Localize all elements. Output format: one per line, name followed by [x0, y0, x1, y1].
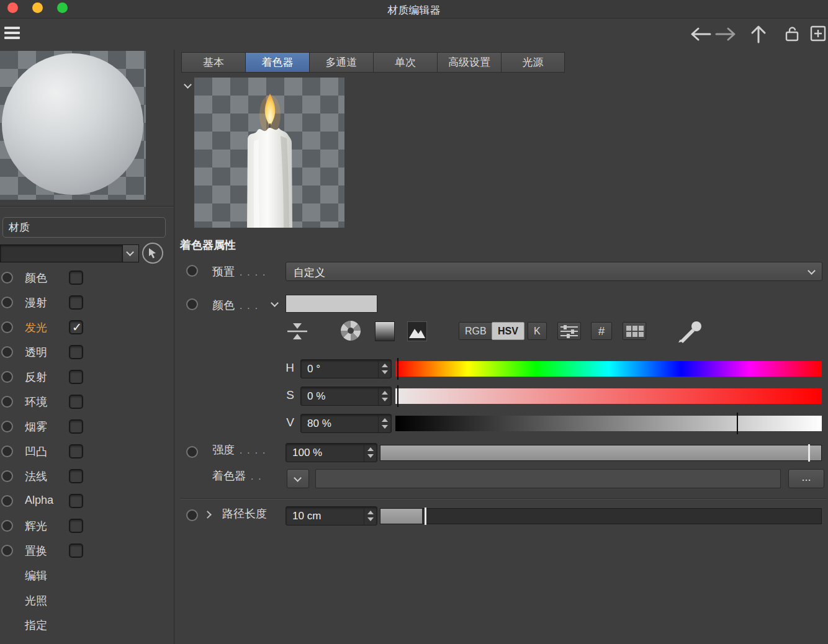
- intensity-slider[interactable]: [380, 445, 822, 461]
- k-mode-button[interactable]: K: [528, 322, 547, 340]
- value-gradient-slider[interactable]: [395, 416, 822, 431]
- shader-more-button[interactable]: ...: [788, 469, 824, 488]
- preset-anim-radio[interactable]: [186, 265, 198, 277]
- channel-checkbox[interactable]: [69, 295, 83, 310]
- channel-enable-radio[interactable]: [1, 520, 13, 532]
- tab-light[interactable]: 光源: [501, 52, 565, 73]
- preview-collapse-chevron-icon[interactable]: [184, 81, 192, 89]
- channel-enable-radio[interactable]: [1, 297, 13, 308]
- lock-icon[interactable]: [785, 25, 799, 42]
- tab-single[interactable]: 单次: [373, 52, 437, 73]
- forward-arrow-icon[interactable]: [714, 27, 737, 42]
- path-length-expand-icon[interactable]: [204, 511, 212, 519]
- saturation-marker[interactable]: [397, 385, 398, 407]
- slider-thumb[interactable]: [425, 508, 426, 525]
- sidebar-item-label[interactable]: 编辑: [25, 568, 47, 583]
- channel-enable-radio[interactable]: [1, 495, 13, 507]
- spinner-up-icon[interactable]: [382, 391, 388, 395]
- channel-label[interactable]: 透明: [25, 345, 47, 360]
- intensity-value-field[interactable]: 100 %: [286, 443, 377, 462]
- path-length-value-field[interactable]: 10 cm: [286, 506, 377, 525]
- channel-label[interactable]: 漫射: [25, 295, 47, 310]
- channel-label[interactable]: 环境: [25, 395, 47, 409]
- channel-enable-radio[interactable]: [1, 396, 13, 408]
- color-wheel-icon[interactable]: [341, 321, 361, 341]
- add-window-icon[interactable]: [810, 25, 826, 42]
- channel-checkbox[interactable]: [69, 320, 83, 334]
- channel-label[interactable]: 置换: [25, 543, 47, 558]
- menu-icon[interactable]: [4, 27, 20, 42]
- sidebar-item-label[interactable]: 光照: [25, 593, 47, 608]
- saturation-value-field[interactable]: 0 %: [300, 387, 392, 406]
- slider-thumb[interactable]: [808, 444, 810, 462]
- channel-checkbox[interactable]: [69, 494, 83, 508]
- channel-enable-radio[interactable]: [1, 272, 13, 284]
- material-name-field[interactable]: 材质: [2, 217, 166, 238]
- spinner-up-icon[interactable]: [382, 364, 388, 367]
- hue-gradient-slider[interactable]: [395, 361, 822, 377]
- channel-enable-radio[interactable]: [1, 470, 13, 482]
- spinner-up-icon[interactable]: [382, 418, 388, 422]
- hex-mode-button[interactable]: #: [591, 322, 612, 340]
- value-marker[interactable]: [737, 413, 738, 434]
- channel-checkbox[interactable]: [69, 271, 83, 285]
- spinner-up-icon[interactable]: [367, 447, 374, 451]
- tab-basic[interactable]: 基本: [181, 52, 245, 73]
- spinner-down-icon[interactable]: [367, 517, 374, 521]
- spinner-down-icon[interactable]: [367, 454, 374, 458]
- channel-label[interactable]: 凹凸: [25, 444, 47, 459]
- channel-label[interactable]: 颜色: [25, 271, 47, 285]
- hue-marker[interactable]: [397, 358, 398, 380]
- path-length-slider[interactable]: [380, 508, 822, 524]
- channel-checkbox[interactable]: [69, 469, 83, 483]
- spinner-arrows[interactable]: [378, 387, 391, 405]
- channel-label[interactable]: 反射: [25, 370, 47, 385]
- channel-label[interactable]: Alpha: [25, 494, 53, 507]
- tab-shader[interactable]: 着色器: [245, 52, 309, 73]
- spinner-arrows[interactable]: [364, 507, 377, 525]
- spinner-arrows[interactable]: [378, 414, 391, 432]
- channel-enable-radio[interactable]: [1, 421, 13, 432]
- tab-advanced[interactable]: 高级设置: [437, 52, 501, 73]
- channel-checkbox[interactable]: [69, 444, 83, 458]
- spinner-down-icon[interactable]: [382, 425, 388, 429]
- eyedropper-icon[interactable]: [676, 316, 704, 344]
- channel-checkbox[interactable]: [69, 519, 83, 533]
- color-collapse-chevron-icon[interactable]: [271, 299, 279, 307]
- saturation-gradient-slider[interactable]: [395, 388, 822, 404]
- swatches-mode-button[interactable]: [623, 322, 646, 340]
- material-filter-dropdown[interactable]: [122, 244, 139, 262]
- spinner-up-icon[interactable]: [367, 511, 374, 514]
- channel-enable-radio[interactable]: [1, 545, 13, 557]
- path-length-anim-radio[interactable]: [186, 509, 198, 521]
- gradient-mode-icon[interactable]: [375, 321, 395, 341]
- channel-checkbox[interactable]: [69, 345, 83, 359]
- value-value-field[interactable]: 80 %: [300, 414, 392, 433]
- color-anim-radio[interactable]: [186, 298, 198, 310]
- color-swatch[interactable]: [286, 295, 377, 313]
- spinner-arrows[interactable]: [378, 360, 391, 378]
- up-arrow-icon[interactable]: [750, 25, 767, 43]
- hsv-mode-button[interactable]: HSV: [492, 322, 524, 340]
- image-mode-icon[interactable]: [407, 321, 427, 341]
- intensity-anim-radio[interactable]: [186, 446, 198, 458]
- channel-checkbox[interactable]: [69, 419, 83, 434]
- channel-label[interactable]: 法线: [25, 469, 47, 484]
- shader-type-dropdown[interactable]: [287, 469, 309, 488]
- mixer-mode-button[interactable]: [557, 322, 581, 340]
- material-filter-input[interactable]: [0, 244, 123, 262]
- channel-label[interactable]: 烟雾: [25, 419, 47, 434]
- channel-checkbox[interactable]: [69, 543, 83, 558]
- shader-preview-image[interactable]: [194, 78, 344, 228]
- channel-enable-radio[interactable]: [1, 321, 13, 333]
- back-arrow-icon[interactable]: [689, 27, 713, 42]
- sidebar-item-label[interactable]: 指定: [25, 618, 47, 633]
- spinner-down-icon[interactable]: [382, 398, 388, 401]
- channel-checkbox[interactable]: [69, 370, 83, 384]
- tab-multichannel[interactable]: 多通道: [309, 52, 373, 73]
- channel-enable-radio[interactable]: [1, 346, 13, 358]
- pick-material-button[interactable]: [142, 243, 163, 264]
- spinner-arrows[interactable]: [364, 444, 377, 462]
- rgb-mode-button[interactable]: RGB: [459, 322, 493, 340]
- channel-checkbox[interactable]: [69, 395, 83, 409]
